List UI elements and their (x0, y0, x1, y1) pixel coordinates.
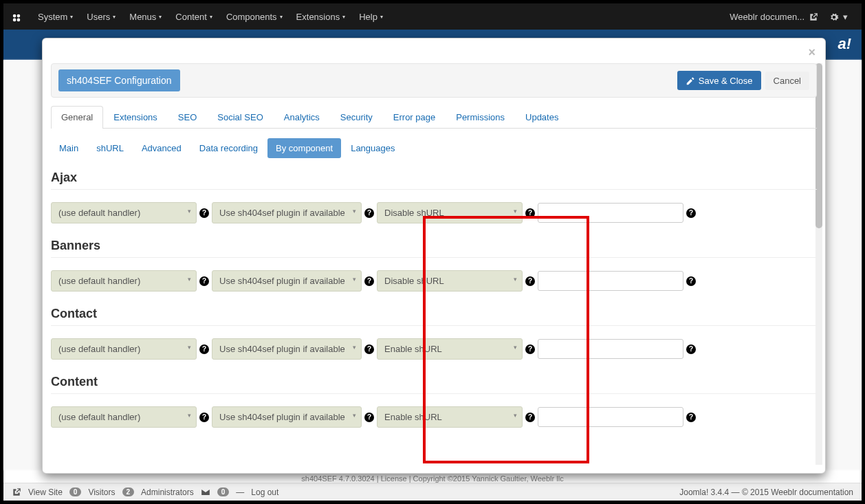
section-title-content: Content (51, 375, 817, 389)
help-icon[interactable]: ? (525, 344, 535, 354)
config-row-ajax: (use default handler) ? Use sh404sef plu… (51, 202, 817, 223)
close-icon[interactable]: × (808, 45, 815, 60)
nav-extensions[interactable]: Extensions▾ (289, 6, 353, 28)
help-icon[interactable]: ? (364, 344, 374, 354)
chevron-down-icon: ▾ (70, 14, 73, 20)
help-icon[interactable]: ? (686, 276, 696, 286)
config-row-contact: (use default handler) ? Use sh404sef plu… (51, 338, 817, 360)
help-icon[interactable]: ? (364, 276, 374, 286)
main-tabs: General Extensions SEO Social SEO Analyt… (51, 106, 817, 129)
subtab-by-component[interactable]: By component (267, 138, 341, 158)
chevron-down-icon: ▾ (113, 14, 116, 20)
help-icon[interactable]: ? (199, 413, 209, 422)
help-icon[interactable]: ? (525, 276, 535, 286)
select-plugin[interactable]: Use sh404sef plugin if available (212, 202, 362, 223)
chevron-down-icon: ▾ (380, 14, 383, 20)
help-icon[interactable]: ? (686, 413, 696, 422)
subtab-advanced[interactable]: Advanced (133, 138, 190, 158)
svg-point-2 (13, 18, 17, 21)
select-plugin[interactable]: Use sh404sef plugin if available (212, 338, 362, 360)
svg-point-1 (17, 14, 21, 17)
tab-analytics[interactable]: Analytics (274, 106, 330, 128)
select-plugin[interactable]: Use sh404sef plugin if available (212, 270, 362, 292)
edit-icon (686, 75, 695, 86)
svg-point-0 (13, 14, 17, 17)
select-shurl[interactable]: Disable shURL (377, 202, 523, 223)
tab-extensions[interactable]: Extensions (103, 106, 168, 128)
config-title: sh404SEF Configuration (58, 69, 180, 91)
tab-social-seo[interactable]: Social SEO (207, 106, 273, 128)
select-handler[interactable]: (use default handler) (51, 270, 197, 292)
text-input-override[interactable] (538, 271, 683, 291)
chevron-down-icon: ▾ (342, 14, 345, 20)
nav-users[interactable]: Users▾ (80, 6, 122, 28)
select-plugin[interactable]: Use sh404sef plugin if available (212, 406, 362, 428)
select-shurl[interactable]: Enable shURL (377, 406, 523, 428)
help-icon[interactable]: ? (364, 413, 374, 422)
nav-components[interactable]: Components▾ (219, 6, 289, 28)
nav-content[interactable]: Content▾ (168, 6, 219, 28)
config-row-content: (use default handler) ? Use sh404sef plu… (51, 406, 817, 428)
tab-updates[interactable]: Updates (515, 106, 569, 128)
config-modal: × sh404SEF Configuration Save & Close Ca… (42, 38, 826, 474)
help-icon[interactable]: ? (686, 208, 696, 218)
help-icon[interactable]: ? (364, 208, 374, 218)
save-close-button[interactable]: Save & Close (677, 71, 761, 90)
section-title-ajax: Ajax (51, 171, 817, 185)
help-icon[interactable]: ? (199, 276, 209, 286)
chevron-down-icon: ▾ (159, 14, 162, 20)
help-icon[interactable]: ? (199, 344, 209, 354)
joomla-logo-icon (12, 12, 21, 21)
nav-help[interactable]: Help▾ (352, 6, 390, 28)
help-icon[interactable]: ? (686, 344, 696, 354)
nav-settings[interactable]: ▾ (824, 11, 853, 22)
subtab-main[interactable]: Main (51, 138, 87, 158)
chevron-down-icon: ▾ (843, 12, 848, 22)
chevron-down-icon: ▾ (280, 14, 283, 20)
subtab-shurl[interactable]: shURL (88, 138, 132, 158)
tab-seo[interactable]: SEO (168, 106, 207, 128)
text-input-override[interactable] (538, 407, 683, 427)
svg-point-3 (17, 18, 21, 21)
nav-system[interactable]: System▾ (31, 6, 80, 28)
text-input-override[interactable] (538, 339, 683, 359)
tab-error-page[interactable]: Error page (383, 106, 446, 128)
select-shurl[interactable]: Disable shURL (377, 270, 523, 292)
select-handler[interactable]: (use default handler) (51, 338, 197, 360)
subtab-languages[interactable]: Languages (342, 138, 403, 158)
tab-permissions[interactable]: Permissions (446, 106, 515, 128)
text-input-override[interactable] (538, 203, 683, 223)
section-title-banners: Banners (51, 239, 817, 253)
gear-icon (829, 11, 839, 22)
subtab-data-recording[interactable]: Data recording (191, 138, 266, 158)
help-icon[interactable]: ? (199, 208, 209, 218)
config-row-banners: (use default handler) ? Use sh404sef plu… (51, 270, 817, 292)
select-shurl[interactable]: Enable shURL (377, 338, 523, 360)
select-handler[interactable]: (use default handler) (51, 202, 197, 223)
help-icon[interactable]: ? (525, 413, 535, 422)
config-toolbar: sh404SEF Configuration Save & Close Canc… (51, 63, 817, 98)
tab-general[interactable]: General (51, 106, 103, 129)
cancel-button[interactable]: Cancel (765, 72, 809, 90)
external-link-icon (809, 11, 818, 22)
help-icon[interactable]: ? (525, 208, 535, 218)
admin-topnav: System▾ Users▾ Menus▾ Content▾ Component… (3, 3, 862, 30)
sub-tabs: Main shURL Advanced Data recording By co… (51, 138, 817, 158)
section-title-contact: Contact (51, 307, 817, 321)
nav-menus[interactable]: Menus▾ (122, 6, 168, 28)
chevron-down-icon: ▾ (210, 14, 212, 20)
select-handler[interactable]: (use default handler) (51, 406, 197, 428)
nav-site-link[interactable]: Weeblr documen... (724, 11, 824, 22)
tab-security[interactable]: Security (330, 106, 383, 128)
